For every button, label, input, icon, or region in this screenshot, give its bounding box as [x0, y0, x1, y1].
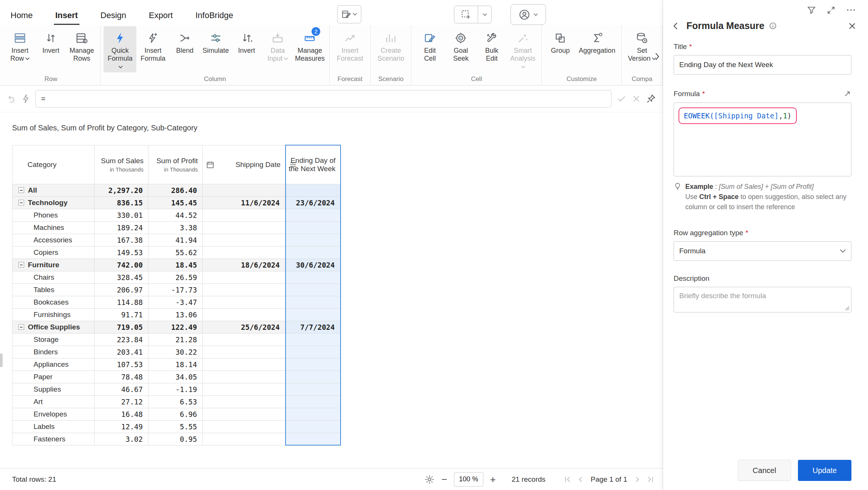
shipping-date-cell[interactable]: 18/6/2024 [203, 259, 286, 271]
formula-expand-icon[interactable] [843, 90, 851, 98]
ending-day-cell[interactable] [286, 346, 341, 358]
pin-icon[interactable] [646, 94, 656, 104]
tab-design[interactable]: Design [99, 5, 128, 25]
shipping-date-cell[interactable]: 11/6/2024 [203, 196, 286, 209]
shipping-date-cell[interactable] [203, 333, 286, 346]
sales-cell[interactable]: 189.24 [95, 221, 148, 234]
profit-cell[interactable]: 41.94 [148, 234, 203, 246]
info-icon[interactable] [769, 22, 777, 30]
profit-cell[interactable]: 3.38 [148, 221, 203, 234]
table-row[interactable]: Paper 78.48 34.05 [12, 371, 341, 383]
ending-day-cell[interactable] [286, 308, 341, 321]
profit-cell[interactable]: 44.52 [148, 209, 203, 221]
ending-day-cell[interactable] [286, 271, 341, 283]
col-header-category[interactable]: Category [12, 145, 95, 184]
filter-icon[interactable] [807, 6, 816, 15]
sales-cell[interactable]: 107.53 [95, 358, 148, 371]
ending-day-cell[interactable] [286, 358, 341, 371]
sales-cell[interactable]: 206.97 [95, 283, 148, 296]
sales-cell[interactable]: 719.05 [95, 321, 148, 333]
sales-cell[interactable]: 149.53 [95, 246, 148, 259]
sales-cell[interactable]: 114.88 [95, 296, 148, 308]
ending-day-cell[interactable] [286, 283, 341, 296]
profit-cell[interactable]: 5.55 [148, 420, 203, 433]
profit-cell[interactable]: 13.06 [148, 308, 203, 321]
table-row[interactable]: All 2,297.20 286.40 [12, 184, 341, 196]
profit-cell[interactable]: -1.19 [148, 383, 203, 395]
shipping-date-cell[interactable] [203, 383, 286, 395]
ending-day-cell[interactable]: 7/7/2024 [286, 321, 341, 333]
category-cell[interactable]: Bookcases [12, 296, 95, 308]
table-row[interactable]: Furnishings 91.71 13.06 [12, 308, 341, 321]
ending-day-cell[interactable] [286, 420, 341, 433]
last-page-icon[interactable] [646, 476, 654, 483]
category-cell[interactable]: Tables [12, 283, 95, 296]
first-page-icon[interactable] [564, 476, 572, 483]
cancel-button[interactable]: Cancel [738, 460, 791, 481]
category-cell[interactable]: Machines [12, 221, 95, 234]
title-field-input[interactable] [674, 55, 851, 75]
tab-home[interactable]: Home [9, 5, 34, 25]
settings-gear-icon[interactable] [424, 474, 435, 485]
sales-cell[interactable]: 27.12 [95, 395, 148, 408]
category-cell[interactable]: Office Supplies [12, 321, 95, 333]
category-cell[interactable]: Fasteners [12, 433, 95, 445]
update-button[interactable]: Update [798, 460, 851, 481]
sales-cell[interactable]: 3.02 [95, 433, 148, 445]
chevron-down-icon[interactable] [478, 6, 491, 23]
shipping-date-cell[interactable] [203, 420, 286, 433]
ending-day-cell[interactable] [286, 234, 341, 246]
blend-button[interactable]: Blend [170, 26, 200, 56]
more-options-icon[interactable]: ⋯ [846, 7, 857, 13]
ending-day-cell[interactable] [286, 395, 341, 408]
tab-insert[interactable]: Insert [54, 5, 79, 25]
category-cell[interactable]: Labels [12, 420, 95, 433]
ending-day-cell[interactable]: 23/6/2024 [286, 196, 341, 209]
shipping-date-cell[interactable] [203, 371, 286, 383]
tab-export[interactable]: Export [147, 5, 174, 25]
sales-cell[interactable]: 223.84 [95, 333, 148, 346]
invert-columns-button[interactable]: Invert [231, 26, 262, 56]
confirm-formula-icon[interactable] [617, 94, 627, 104]
table-row[interactable]: Supplies 46.67 -1.19 [12, 383, 341, 395]
aggregation-button[interactable]: Aggregation [576, 26, 618, 56]
add-widget-button[interactable] [454, 6, 492, 23]
ending-day-cell[interactable] [286, 408, 341, 420]
category-cell[interactable]: Phones [12, 209, 95, 221]
insert-row-button[interactable]: Insert Row [5, 26, 35, 64]
formula-editor[interactable]: EOWEEK([Shipping Date],1) [674, 103, 851, 176]
edit-cell-button[interactable]: Edit Cell [414, 26, 445, 64]
table-row[interactable]: Appliances 107.53 18.14 [12, 358, 341, 371]
collapse-icon[interactable] [18, 200, 24, 205]
left-panel-handle[interactable] [0, 354, 3, 367]
sales-cell[interactable]: 167.38 [95, 234, 148, 246]
profit-cell[interactable]: 21.28 [148, 333, 203, 346]
back-icon[interactable] [671, 21, 680, 31]
description-input[interactable] [674, 287, 851, 312]
sales-cell[interactable]: 742.00 [95, 259, 148, 271]
close-icon[interactable] [848, 21, 857, 31]
sales-cell[interactable]: 16.48 [95, 408, 148, 420]
profit-cell[interactable]: 145.45 [148, 196, 203, 209]
shipping-date-cell[interactable] [203, 234, 286, 246]
profit-cell[interactable]: 55.62 [148, 246, 203, 259]
shipping-date-cell[interactable] [203, 271, 286, 283]
ending-day-cell[interactable] [286, 333, 341, 346]
collapse-icon[interactable] [18, 262, 24, 268]
resize-handle-icon[interactable] [845, 306, 850, 311]
ending-day-cell[interactable] [286, 209, 341, 221]
shipping-date-cell[interactable] [203, 433, 286, 445]
bulk-edit-button[interactable]: Bulk Edit [476, 26, 507, 64]
sales-cell[interactable]: 836.15 [95, 196, 148, 209]
data-input-button[interactable]: Data Input [262, 26, 293, 64]
ending-day-cell[interactable] [286, 371, 341, 383]
shipping-date-cell[interactable] [203, 408, 286, 420]
smart-analysis-button[interactable]: Smart Analysis [507, 26, 538, 72]
ending-day-cell[interactable] [286, 184, 341, 196]
profit-cell[interactable]: 34.05 [148, 371, 203, 383]
category-cell[interactable]: All [12, 184, 95, 196]
ribbon-overflow-button[interactable] [655, 53, 660, 60]
shipping-date-cell[interactable] [203, 209, 286, 221]
sales-cell[interactable]: 78.48 [95, 371, 148, 383]
collapse-icon[interactable] [18, 187, 24, 193]
